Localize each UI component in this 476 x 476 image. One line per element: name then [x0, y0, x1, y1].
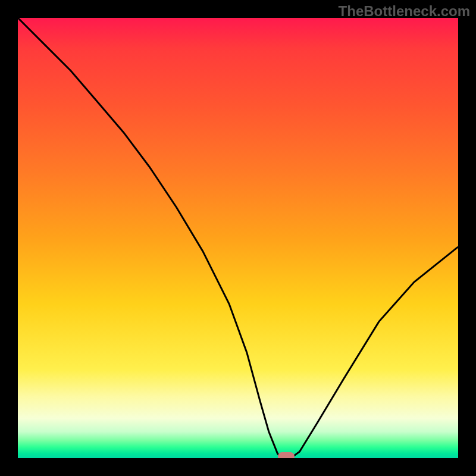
- curve-path: [18, 18, 458, 458]
- bottleneck-curve: [18, 18, 458, 458]
- watermark-label: TheBottleneck.com: [339, 3, 470, 20]
- optimum-marker: [278, 452, 295, 458]
- chart-frame: TheBottleneck.com: [0, 0, 476, 476]
- plot-area: [18, 18, 458, 458]
